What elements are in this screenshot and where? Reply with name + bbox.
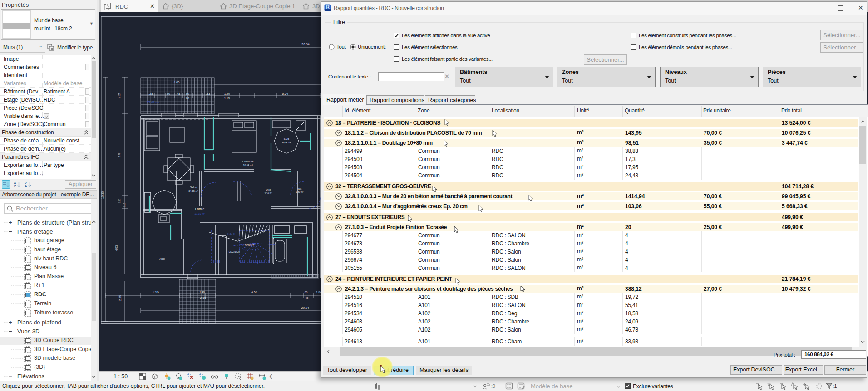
svg-text:90: 90 (167, 92, 170, 95)
svg-text:Deg: Deg (266, 188, 271, 191)
svg-text:48: 48 (177, 92, 180, 95)
svg-text:HAUT: HAUT (227, 232, 236, 235)
svg-text:17,19 m²: 17,19 m² (194, 212, 205, 215)
svg-text:4,42 m²: 4,42 m² (265, 191, 272, 194)
svg-text:Escalier: Escalier (243, 244, 255, 247)
svg-text:4.03: 4.03 (115, 245, 118, 251)
svg-text:4.57: 4.57 (251, 290, 257, 293)
svg-text:1.15: 1.15 (224, 97, 230, 100)
svg-text:Chambre: Chambre (242, 160, 254, 163)
svg-text:2.29: 2.29 (118, 92, 121, 98)
svg-text:60: 60 (186, 97, 189, 100)
svg-text:5.07: 5.07 (118, 151, 121, 157)
svg-text:A: A (25, 184, 27, 188)
svg-text:2.65: 2.65 (118, 295, 122, 301)
svg-text:34,05 m²: 34,05 m² (188, 190, 198, 192)
svg-text:Entrée: Entrée (195, 207, 205, 210)
svg-text:ASO: ASO (159, 258, 165, 260)
svg-text:4,04 m²: 4,04 m² (282, 141, 291, 144)
svg-text:90: 90 (186, 92, 189, 95)
svg-text:10,04 m²: 10,04 m² (243, 164, 253, 166)
svg-text:95: 95 (306, 297, 309, 299)
svg-text:1,80 m²: 1,80 m² (296, 191, 304, 193)
svg-text:1.15: 1.15 (123, 203, 126, 208)
svg-text:20.94: 20.94 (301, 43, 310, 46)
svg-text:ESCALIER: ESCALIER (229, 250, 240, 253)
svg-text:2.95: 2.95 (153, 290, 159, 293)
svg-text:1.20: 1.20 (118, 199, 121, 204)
svg-text:6,75 m²: 6,75 m² (244, 248, 253, 251)
svg-text:Z: Z (14, 184, 16, 188)
svg-text:SDB: SDB (284, 137, 289, 140)
svg-text:Salon: Salon (190, 186, 197, 189)
svg-text:12.47 m²: 12.47 m² (147, 101, 159, 104)
svg-text:R: R (326, 5, 330, 10)
svg-text:1.48: 1.48 (199, 291, 205, 293)
svg-text:1.20: 1.20 (224, 92, 230, 95)
svg-text:WC: WC (297, 187, 301, 190)
svg-text:.33: .33 (206, 92, 210, 95)
svg-text:60: 60 (305, 291, 308, 293)
svg-text:2.15: 2.15 (200, 296, 206, 299)
svg-text:20.94: 20.94 (301, 306, 309, 309)
svg-text:10.30: 10.30 (101, 191, 104, 199)
svg-text:4.60: 4.60 (174, 81, 180, 84)
svg-text:.28: .28 (148, 92, 153, 95)
svg-text:6.54: 6.54 (282, 92, 288, 95)
